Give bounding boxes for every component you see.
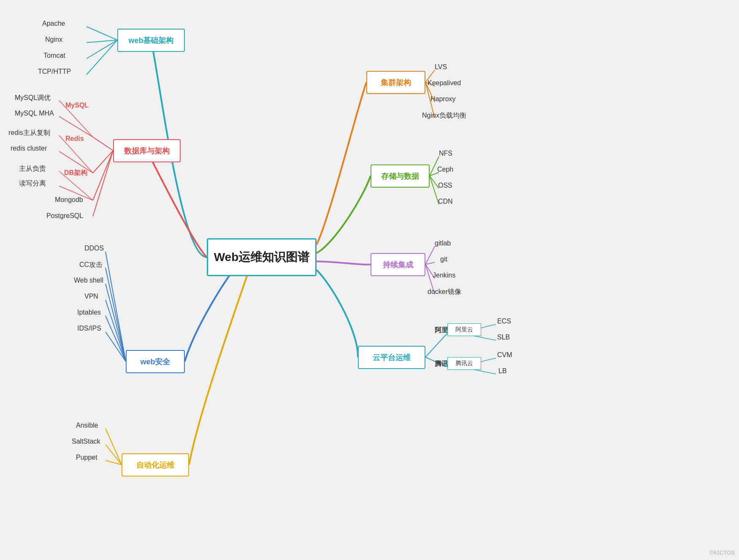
branch-web-base-label: web基础架构 [128, 35, 173, 46]
leaf-tcphttp: TCP/HTTP [38, 68, 71, 75]
leaf-cdn: CDN [438, 198, 453, 205]
leaf-lvs: LVS [435, 63, 447, 71]
svg-line-2 [87, 40, 117, 59]
leaf-nginx-lb: Nginx负载均衡 [422, 111, 466, 120]
leaf-mysql-opt: MySQL调优 [15, 94, 51, 102]
branch-cloud-label: 云平台运维 [373, 353, 411, 363]
leaf-docker: docker镜像 [428, 288, 461, 296]
leaf-ceph: Ceph [437, 166, 453, 173]
leaf-oss: OSS [438, 182, 452, 189]
svg-line-32 [425, 262, 435, 264]
branch-web-base: web基础架构 [117, 29, 185, 52]
leaf-webshell: Web shell [74, 277, 103, 284]
svg-line-0 [87, 27, 117, 40]
center-node: Web运维知识图谱 [207, 238, 317, 276]
sub-tencent-label: 腾讯云 [455, 360, 473, 367]
svg-line-6 [93, 151, 113, 200]
watermark: ©61CTOS [709, 549, 735, 556]
sub-aliyun: 阿里云 [447, 323, 481, 336]
branch-cicd: 持续集成 [371, 253, 425, 276]
svg-line-1 [87, 40, 117, 43]
svg-line-29 [430, 176, 439, 188]
leaf-redis-cluster: redis cluster [11, 145, 47, 152]
branch-storage-label: 存储与数据 [381, 171, 419, 181]
svg-line-17 [106, 300, 126, 361]
leaf-git: git [440, 256, 447, 263]
leaf-haproxy: Haproxy [430, 95, 456, 103]
svg-line-7 [93, 151, 113, 216]
leaf-ids: IDS/IPS [77, 325, 101, 332]
leaf-db-arch: DB架构 [64, 169, 87, 178]
branch-security-label: web安全 [140, 357, 170, 367]
svg-line-14 [106, 252, 126, 361]
leaf-puppet: Puppet [76, 454, 97, 461]
center-label: Web运维知识图谱 [214, 249, 310, 265]
leaf-iptables: Iptables [77, 309, 101, 316]
leaf-keepalived: Keepalived [428, 79, 461, 87]
leaf-cvm: CVM [497, 351, 512, 359]
sub-aliyun-label: 阿里云 [455, 326, 473, 334]
svg-line-31 [425, 246, 435, 264]
branch-cloud: 云平台运维 [358, 346, 425, 369]
leaf-jenkins: Jenkins [433, 272, 455, 279]
branch-automation: 自动化运维 [122, 453, 189, 477]
leaf-nginx: Nginx [45, 36, 62, 43]
leaf-ansible: Ansible [76, 422, 98, 429]
leaf-nfs: NFS [439, 150, 452, 157]
branch-cluster: 集群架构 [366, 71, 425, 94]
branch-automation-label: 自动化运维 [136, 460, 174, 470]
branch-cicd-label: 持续集成 [383, 260, 413, 270]
leaf-mongodb: Mongodb [55, 196, 83, 204]
leaf-lb: LB [498, 367, 507, 375]
leaf-mysql-mha: MySQL MHA [15, 110, 54, 117]
svg-line-4 [93, 137, 113, 151]
branch-db-label: 数据库与架构 [124, 146, 170, 156]
svg-line-35 [425, 333, 447, 357]
leaf-ddos: DDOS [84, 245, 104, 252]
sub-tencent: 腾讯云 [447, 357, 481, 370]
svg-line-30 [430, 176, 439, 205]
leaf-master-slave: 主从负责 [19, 164, 46, 173]
leaf-slb: SLB [497, 334, 510, 341]
branch-cluster-label: 集群架构 [381, 78, 411, 88]
leaf-vpn: VPN [84, 293, 98, 300]
leaf-mysql: MySQL [65, 102, 89, 109]
leaf-read-write: 读写分离 [19, 179, 46, 188]
leaf-tomcat: Tomcat [43, 52, 65, 59]
svg-line-20 [106, 428, 122, 465]
leaf-redis-repl: redis主从复制 [8, 129, 50, 137]
branch-security: web安全 [126, 350, 185, 373]
leaf-ecs: ECS [497, 318, 511, 325]
leaf-saltstack: SaltStack [72, 438, 100, 445]
svg-line-9 [59, 116, 93, 137]
leaf-gitlab: gitlab [435, 240, 451, 247]
leaf-postgresql: PostgreSQL [46, 212, 83, 220]
branch-storage: 存储与数据 [371, 164, 430, 188]
branch-db: 数据库与架构 [113, 139, 181, 162]
leaf-cc: CC攻击 [79, 261, 103, 269]
leaf-apache: Apache [42, 20, 65, 27]
leaf-redis: Redis [65, 135, 84, 143]
svg-line-3 [87, 40, 117, 75]
